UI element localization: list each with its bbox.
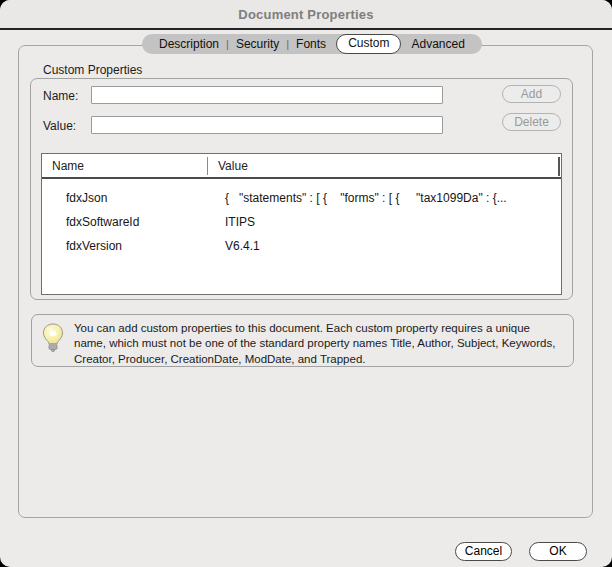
table-row[interactable]: fdxSoftwareId ITIPS xyxy=(42,210,561,234)
cancel-button[interactable]: Cancel xyxy=(455,542,512,561)
lightbulb-icon xyxy=(32,315,74,353)
property-name-cell: fdxSoftwareId xyxy=(42,215,194,229)
name-field-label: Name: xyxy=(43,89,78,103)
tab-custom[interactable]: Custom xyxy=(336,34,401,54)
property-name-cell: fdxJson xyxy=(42,191,194,205)
property-name-cell: fdxVersion xyxy=(42,239,194,253)
column-header-value[interactable]: Value xyxy=(208,159,561,173)
delete-button[interactable]: Delete xyxy=(502,113,561,131)
table-row[interactable]: fdxJson { "statements" : [ { "forms" : [… xyxy=(42,186,561,210)
tab-security[interactable]: Security xyxy=(229,34,286,54)
info-text: You can add custom properties to this do… xyxy=(74,315,573,367)
title-bar: Document Properties xyxy=(0,0,612,30)
tab-fonts[interactable]: Fonts xyxy=(289,34,333,54)
custom-properties-section-label: Custom Properties xyxy=(43,63,142,77)
table-header-row: Name Value xyxy=(42,154,561,179)
info-box: You can add custom properties to this do… xyxy=(31,314,574,367)
tab-bar: Description | Security | Fonts Custom Ad… xyxy=(142,34,482,54)
document-properties-dialog: Document Properties Description | Securi… xyxy=(0,0,612,567)
name-input[interactable] xyxy=(91,86,443,104)
add-button[interactable]: Add xyxy=(502,85,561,103)
column-divider xyxy=(558,157,560,176)
table-body: fdxJson { "statements" : [ { "forms" : [… xyxy=(42,179,561,258)
property-value-cell: V6.4.1 xyxy=(194,239,561,253)
dialog-title: Document Properties xyxy=(238,7,373,22)
tab-advanced[interactable]: Advanced xyxy=(404,34,471,54)
properties-table: Name Value fdxJson { "statements" : [ { … xyxy=(41,153,562,295)
property-value-cell: ITIPS xyxy=(194,215,561,229)
property-value-cell: { "statements" : [ { "forms" : [ { "tax1… xyxy=(194,191,561,205)
column-header-name[interactable]: Name xyxy=(42,159,207,173)
tab-description[interactable]: Description xyxy=(152,34,226,54)
value-field-label: Value: xyxy=(43,119,76,133)
ok-button[interactable]: OK xyxy=(529,542,587,561)
value-input[interactable] xyxy=(91,116,443,134)
table-row[interactable]: fdxVersion V6.4.1 xyxy=(42,234,561,258)
